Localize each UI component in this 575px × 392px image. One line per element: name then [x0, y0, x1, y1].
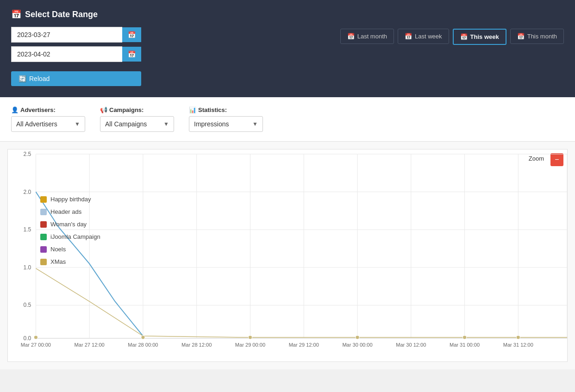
legend-color-noels: [40, 246, 47, 253]
legend-item: Noels: [40, 246, 100, 253]
legend-item: XMas: [40, 258, 100, 265]
legend-item: Header ads: [40, 208, 100, 215]
last-month-button[interactable]: 📅 Last month: [340, 29, 394, 44]
page-title: 📅 Select Date Range: [11, 9, 564, 19]
calendar-icon: 📅: [517, 33, 525, 40]
legend-label: Header ads: [50, 208, 81, 215]
filters-section: 👤 Advertisers: All Advertisers ▼ 📢 Campa…: [0, 97, 575, 142]
quick-buttons: 📅 Last month 📅 Last week 📅 This week 📅 T…: [340, 27, 564, 45]
advertisers-chevron-icon: ▼: [75, 121, 80, 127]
end-date-row: 2023-04-02 📅: [11, 46, 141, 62]
date-inputs: 2023-03-27 📅 2023-04-02 📅 🔄 Reload: [11, 27, 141, 86]
start-date-input[interactable]: 2023-03-27: [11, 27, 122, 43]
legend-color-xmas: [40, 259, 47, 265]
svg-text:1.5: 1.5: [24, 226, 31, 233]
this-month-button[interactable]: 📅 This month: [510, 29, 564, 44]
reload-icon: 🔄: [19, 75, 26, 82]
campaigns-select[interactable]: All Campaigns ▼: [100, 116, 174, 132]
svg-point-28: [463, 336, 467, 339]
legend-color-womans-day: [40, 221, 47, 228]
statistics-chevron-icon: ▼: [252, 121, 258, 127]
svg-text:0.0: 0.0: [24, 335, 31, 342]
reload-button[interactable]: 🔄 Reload: [11, 71, 141, 86]
svg-text:2.0: 2.0: [24, 189, 31, 195]
statistics-label: 📊 Statistics:: [189, 106, 263, 113]
svg-text:1.0: 1.0: [24, 264, 31, 271]
legend-item: Woman's day: [40, 221, 100, 228]
advertisers-icon: 👤: [11, 106, 19, 113]
svg-text:2.5: 2.5: [24, 151, 31, 157]
svg-point-25: [141, 336, 145, 339]
chart-area: Zoom −: [0, 142, 575, 369]
svg-text:Mar 28 12:00: Mar 28 12:00: [181, 342, 212, 348]
svg-point-26: [248, 336, 252, 339]
advertisers-select[interactable]: All Advertisers ▼: [11, 116, 85, 132]
header: 📅 Select Date Range 2023-03-27 📅 2023-04…: [0, 0, 575, 97]
campaigns-icon: 📢: [100, 106, 107, 113]
legend-item: Happy birthday: [40, 196, 100, 203]
legend-label: Woman's day: [50, 221, 87, 228]
calendar-icon: 📅: [347, 33, 355, 40]
svg-text:Mar 29 00:00: Mar 29 00:00: [235, 342, 265, 348]
calendar-icon: 📅: [405, 33, 412, 40]
svg-point-27: [356, 336, 359, 339]
header-controls: 2023-03-27 📅 2023-04-02 📅 🔄 Reload 📅 Las…: [11, 27, 564, 86]
svg-text:Mar 30 12:00: Mar 30 12:00: [396, 342, 426, 348]
legend-label: XMas: [50, 258, 66, 265]
filters-row: 👤 Advertisers: All Advertisers ▼ 📢 Campa…: [11, 106, 564, 132]
this-week-button[interactable]: 📅 This week: [453, 29, 506, 45]
advertisers-label: 👤 Advertisers:: [11, 106, 85, 113]
chart-legend: Happy birthday Header ads Woman's day iJ…: [40, 196, 100, 265]
advertisers-filter: 👤 Advertisers: All Advertisers ▼: [11, 106, 85, 132]
svg-text:Mar 30 00:00: Mar 30 00:00: [342, 342, 372, 348]
svg-text:Mar 31 12:00: Mar 31 12:00: [503, 342, 533, 348]
legend-color-happy-birthday: [40, 196, 47, 203]
last-week-button[interactable]: 📅 Last week: [398, 29, 449, 44]
legend-color-ijoomla: [40, 234, 47, 240]
end-date-calendar-button[interactable]: 📅: [122, 47, 141, 62]
svg-point-29: [516, 336, 520, 339]
svg-text:0.5: 0.5: [24, 302, 31, 308]
svg-text:Mar 28 00:00: Mar 28 00:00: [128, 342, 158, 348]
legend-item: iJoomla Campaign: [40, 233, 100, 240]
svg-text:Mar 27 12:00: Mar 27 12:00: [75, 342, 105, 348]
legend-label: Noels: [50, 246, 66, 253]
statistics-filter: 📊 Statistics: Impressions ▼: [189, 106, 263, 132]
statistics-icon: 📊: [189, 106, 196, 113]
legend-label: Happy birthday: [50, 196, 91, 203]
svg-text:Mar 29 12:00: Mar 29 12:00: [289, 342, 319, 348]
legend-label: iJoomla Campaign: [50, 233, 100, 240]
calendar-title-icon: 📅: [11, 9, 21, 19]
svg-text:Mar 31 00:00: Mar 31 00:00: [450, 342, 480, 348]
svg-point-24: [34, 336, 38, 339]
legend-color-header-ads: [40, 209, 47, 215]
campaigns-label: 📢 Campaigns:: [100, 106, 174, 113]
chart-container: Zoom −: [7, 149, 568, 362]
end-date-input[interactable]: 2023-04-02: [11, 46, 122, 62]
campaigns-chevron-icon: ▼: [163, 121, 169, 127]
campaigns-filter: 📢 Campaigns: All Campaigns ▼: [100, 106, 174, 132]
calendar-icon: 📅: [460, 33, 468, 40]
start-date-calendar-button[interactable]: 📅: [122, 27, 141, 42]
svg-text:Mar 27 00:00: Mar 27 00:00: [21, 342, 51, 348]
start-date-row: 2023-03-27 📅: [11, 27, 141, 43]
statistics-select[interactable]: Impressions ▼: [189, 116, 263, 132]
svg-rect-0: [8, 149, 36, 348]
